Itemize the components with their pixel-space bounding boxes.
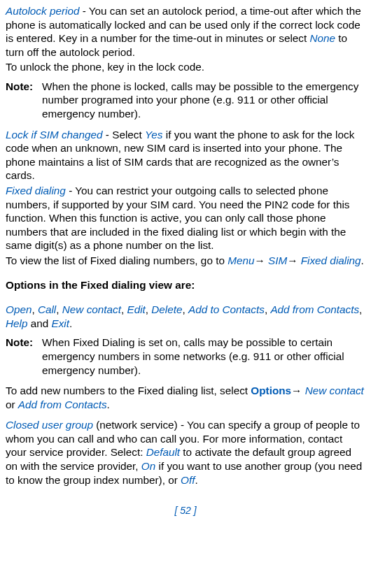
option-exit: Exit [52,317,70,329]
text: . [195,474,197,486]
arrow-icon: → [291,385,302,396]
options-list: Open, Call, New contact, Edit, Delete, A… [6,303,365,330]
option-open: Open [6,303,31,315]
option-new-contact: New contact [62,303,121,315]
comma: , [183,303,189,315]
arrow-icon: → [254,254,265,266]
option-add-to-contacts: Add to Contacts [188,303,265,315]
comma: , [359,303,362,315]
default-option: Default [146,446,180,458]
fixed-dialing-term: Fixed dialing [6,185,66,196]
period: . [69,317,72,329]
text: To view the list of Fixed dialing number… [6,254,227,266]
option-edit: Edit [127,303,145,315]
text: - Select [103,129,145,141]
option-call: Call [38,303,56,315]
note-emergency-locked: Note: When the phone is locked, calls ma… [6,80,365,121]
sim-item: SIM [265,254,287,266]
text: To add new numbers to the Fixed dialing … [6,385,251,396]
cug-term: Closed user group [6,419,93,431]
option-delete: Delete [151,303,182,315]
text: or [6,399,18,410]
note-body: When Fixed Dialing is set on, calls may … [42,336,365,377]
autolock-paragraph: Autolock period - You can set an autoloc… [6,4,365,59]
note-label: Note: [6,80,42,121]
arrow-icon: → [287,254,298,266]
page-number: [ 52 ] [6,505,365,517]
and: and [27,317,51,329]
add-numbers-paragraph: To add new numbers to the Fixed dialing … [6,384,365,411]
text: . [107,399,110,410]
add-from-contacts-option: Add from Contacts [18,399,107,410]
new-contact-option: New contact [302,385,363,396]
comma: , [31,303,38,315]
option-add-from-contacts: Add from Contacts [270,303,359,315]
lock-sim-paragraph: Lock if SIM changed - Select Yes if you … [6,128,365,182]
fixed-dialing-item: Fixed dialing [298,254,360,266]
comma: , [56,303,62,315]
off-option: Off [181,474,195,486]
lock-sim-term: Lock if SIM changed [6,129,103,141]
text: . [361,254,364,266]
note-emergency-fixed: Note: When Fixed Dialing is set on, call… [6,336,365,377]
on-option: On [141,460,155,472]
menu-item: Menu [227,254,254,266]
options-heading: Options in the Fixed dialing view are: [6,278,365,292]
note-body: When the phone is locked, calls may be p… [42,80,365,121]
unlock-instruction: To unlock the phone, key in the lock cod… [6,60,365,74]
autolock-term: Autolock period [6,5,79,17]
options-label: Options [251,385,291,396]
none-option: None [309,32,335,44]
fixed-dialing-paragraph: Fixed dialing - You can restrict your ou… [6,184,365,252]
option-help: Help [6,317,27,329]
yes-option: Yes [145,129,163,141]
closed-user-group-paragraph: Closed user group (network service) - Yo… [6,418,365,487]
note-label: Note: [6,336,42,377]
menu-path-paragraph: To view the list of Fixed dialing number… [6,254,365,268]
